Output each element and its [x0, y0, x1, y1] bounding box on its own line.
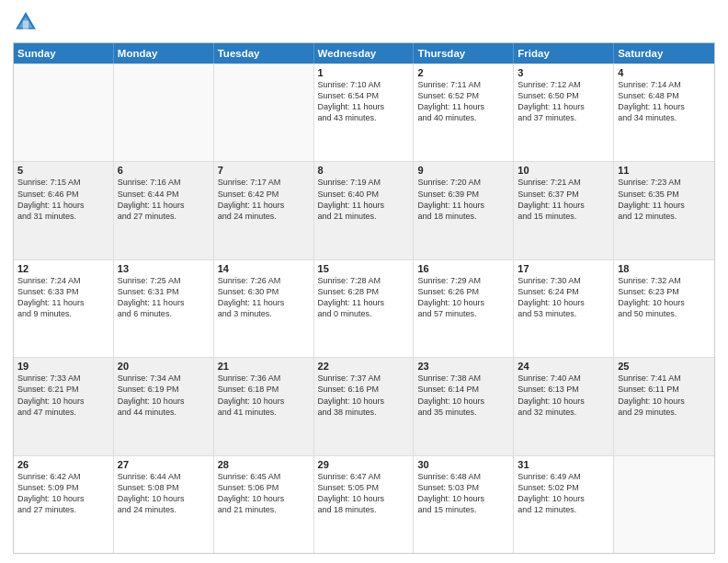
- cell-info-line: Sunrise: 7:10 AM: [318, 79, 410, 90]
- cell-info-line: Sunset: 6:28 PM: [318, 286, 410, 297]
- calendar-row-3: 12Sunrise: 7:24 AMSunset: 6:33 PMDayligh…: [14, 259, 714, 357]
- calendar-day-31: 31Sunrise: 6:49 AMSunset: 5:02 PMDayligh…: [514, 456, 614, 553]
- day-number: 29: [318, 459, 410, 470]
- cell-info-line: Sunrise: 7:25 AM: [118, 275, 210, 286]
- cell-info-line: Sunset: 6:16 PM: [318, 384, 410, 395]
- cell-info-line: and 38 minutes.: [318, 407, 410, 418]
- day-number: 4: [618, 67, 711, 78]
- day-number: 28: [218, 459, 310, 470]
- cell-info-line: Sunrise: 7:32 AM: [618, 275, 711, 286]
- cell-info-line: and 35 minutes.: [417, 407, 509, 418]
- cell-info-line: Daylight: 10 hours: [218, 396, 310, 407]
- cell-info-line: Sunrise: 7:33 AM: [17, 373, 109, 384]
- calendar-day-9: 9Sunrise: 7:20 AMSunset: 6:39 PMDaylight…: [414, 162, 514, 259]
- calendar: SundayMondayTuesdayWednesdayThursdayFrid…: [13, 42, 715, 554]
- day-number: 7: [218, 165, 310, 176]
- cell-info-line: Sunrise: 7:37 AM: [318, 373, 410, 384]
- cell-info-line: Sunset: 6:52 PM: [417, 90, 509, 101]
- day-number: 17: [518, 263, 609, 274]
- cell-info-line: Sunrise: 6:42 AM: [17, 471, 109, 482]
- logo-icon: [13, 9, 39, 35]
- calendar-day-26: 26Sunrise: 6:42 AMSunset: 5:09 PMDayligh…: [14, 456, 114, 553]
- cell-info-line: Sunset: 6:44 PM: [118, 189, 210, 200]
- cell-info-line: Sunset: 6:31 PM: [118, 286, 210, 297]
- cell-info-line: Sunrise: 7:19 AM: [318, 177, 410, 188]
- cell-info-line: Daylight: 10 hours: [518, 493, 609, 504]
- cell-info-line: Daylight: 11 hours: [518, 101, 609, 112]
- cell-info-line: Sunrise: 7:23 AM: [618, 177, 711, 188]
- calendar-day-12: 12Sunrise: 7:24 AMSunset: 6:33 PMDayligh…: [14, 260, 114, 357]
- cell-info-line: and 32 minutes.: [518, 407, 609, 418]
- calendar-day-1: 1Sunrise: 7:10 AMSunset: 6:54 PMDaylight…: [314, 64, 415, 161]
- cell-info-line: Daylight: 10 hours: [318, 396, 410, 407]
- cell-info-line: Sunset: 6:39 PM: [417, 189, 509, 200]
- cell-info-line: Sunset: 6:35 PM: [618, 189, 711, 200]
- cell-info-line: Sunrise: 7:30 AM: [518, 275, 609, 286]
- cell-info-line: Daylight: 10 hours: [318, 493, 410, 504]
- day-number: 12: [17, 263, 109, 274]
- day-number: 16: [417, 263, 509, 274]
- cell-info-line: and 21 minutes.: [318, 211, 410, 222]
- cell-info-line: and 29 minutes.: [618, 407, 711, 418]
- day-number: 5: [17, 165, 109, 176]
- weekday-header-wednesday: Wednesday: [314, 43, 415, 63]
- cell-info-line: Sunrise: 7:38 AM: [417, 373, 509, 384]
- weekday-header-friday: Friday: [514, 43, 614, 63]
- cell-info-line: and 27 minutes.: [118, 211, 210, 222]
- cell-info-line: Sunrise: 7:14 AM: [618, 79, 711, 90]
- calendar-day-13: 13Sunrise: 7:25 AMSunset: 6:31 PMDayligh…: [114, 260, 214, 357]
- weekday-header-tuesday: Tuesday: [214, 43, 314, 63]
- day-number: 19: [17, 361, 109, 372]
- cell-info-line: Daylight: 11 hours: [118, 200, 210, 211]
- calendar-row-4: 19Sunrise: 7:33 AMSunset: 6:21 PMDayligh…: [14, 357, 714, 454]
- cell-info-line: Sunset: 6:24 PM: [518, 286, 609, 297]
- cell-info-line: Sunrise: 7:15 AM: [17, 177, 109, 188]
- cell-info-line: Sunrise: 7:40 AM: [518, 373, 609, 384]
- page: SundayMondayTuesdayWednesdayThursdayFrid…: [0, 0, 728, 563]
- calendar-day-29: 29Sunrise: 6:47 AMSunset: 5:05 PMDayligh…: [314, 456, 415, 553]
- calendar-row-5: 26Sunrise: 6:42 AMSunset: 5:09 PMDayligh…: [14, 455, 714, 553]
- cell-info-line: Daylight: 10 hours: [518, 396, 609, 407]
- cell-info-line: Sunrise: 7:41 AM: [618, 373, 711, 384]
- cell-info-line: Daylight: 11 hours: [618, 101, 711, 112]
- day-number: 21: [218, 361, 310, 372]
- cell-info-line: Sunset: 6:42 PM: [218, 189, 310, 200]
- calendar-day-18: 18Sunrise: 7:32 AMSunset: 6:23 PMDayligh…: [614, 260, 714, 357]
- cell-info-line: Sunrise: 7:24 AM: [17, 275, 109, 286]
- cell-info-line: Sunrise: 7:11 AM: [417, 79, 509, 90]
- calendar-cell-empty: [114, 64, 214, 161]
- cell-info-line: Sunset: 6:26 PM: [417, 286, 509, 297]
- cell-info-line: Daylight: 11 hours: [318, 200, 410, 211]
- calendar-cell-empty: [14, 64, 114, 161]
- calendar-header: SundayMondayTuesdayWednesdayThursdayFrid…: [14, 43, 714, 63]
- cell-info-line: and 12 minutes.: [618, 211, 711, 222]
- day-number: 9: [417, 165, 509, 176]
- cell-info-line: Sunset: 6:48 PM: [618, 90, 711, 101]
- cell-info-line: Sunset: 6:50 PM: [518, 90, 609, 101]
- cell-info-line: Sunset: 5:08 PM: [118, 482, 210, 493]
- calendar-row-1: 1Sunrise: 7:10 AMSunset: 6:54 PMDaylight…: [14, 63, 714, 161]
- calendar-day-10: 10Sunrise: 7:21 AMSunset: 6:37 PMDayligh…: [514, 162, 614, 259]
- calendar-day-20: 20Sunrise: 7:34 AMSunset: 6:19 PMDayligh…: [114, 358, 214, 454]
- cell-info-line: and 3 minutes.: [218, 308, 310, 319]
- calendar-row-2: 5Sunrise: 7:15 AMSunset: 6:46 PMDaylight…: [14, 161, 714, 259]
- calendar-day-19: 19Sunrise: 7:33 AMSunset: 6:21 PMDayligh…: [14, 358, 114, 454]
- cell-info-line: Sunset: 6:30 PM: [218, 286, 310, 297]
- calendar-day-24: 24Sunrise: 7:40 AMSunset: 6:13 PMDayligh…: [514, 358, 614, 454]
- day-number: 8: [318, 165, 410, 176]
- day-number: 18: [618, 263, 711, 274]
- calendar-day-28: 28Sunrise: 6:45 AMSunset: 5:06 PMDayligh…: [214, 456, 314, 553]
- cell-info-line: Sunset: 5:03 PM: [417, 482, 509, 493]
- logo: [13, 9, 42, 35]
- calendar-day-16: 16Sunrise: 7:29 AMSunset: 6:26 PMDayligh…: [414, 260, 514, 357]
- cell-info-line: Sunset: 6:40 PM: [318, 189, 410, 200]
- day-number: 30: [417, 459, 509, 470]
- cell-info-line: Daylight: 10 hours: [17, 396, 109, 407]
- cell-info-line: Daylight: 11 hours: [218, 200, 310, 211]
- cell-info-line: and 0 minutes.: [318, 308, 410, 319]
- day-number: 3: [518, 67, 609, 78]
- cell-info-line: and 9 minutes.: [17, 308, 109, 319]
- cell-info-line: and 6 minutes.: [118, 308, 210, 319]
- cell-info-line: Daylight: 10 hours: [218, 493, 310, 504]
- calendar-day-17: 17Sunrise: 7:30 AMSunset: 6:24 PMDayligh…: [514, 260, 614, 357]
